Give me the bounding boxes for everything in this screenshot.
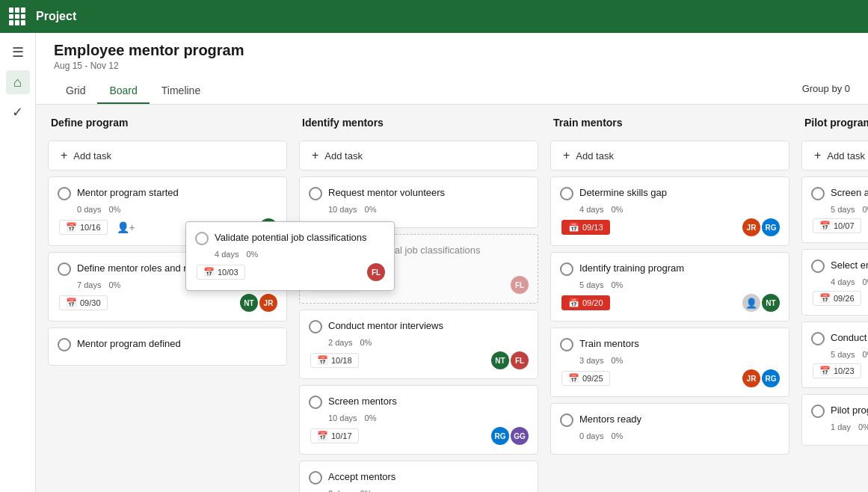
task-circle bbox=[58, 187, 71, 200]
apps-icon[interactable] bbox=[9, 7, 27, 25]
avatar: GG bbox=[511, 427, 529, 445]
task-name: Mentor program defined bbox=[77, 337, 181, 351]
column-pilot-program: Pilot program+Add taskScreen applicants5… bbox=[801, 117, 868, 480]
add-task-button-identify-mentors[interactable]: +Add task bbox=[299, 141, 538, 170]
task-date: 09/13 bbox=[582, 223, 603, 232]
task-circle bbox=[811, 259, 825, 273]
task-percent: 0% bbox=[858, 422, 868, 431]
task-name: Validate potential job classifications bbox=[215, 231, 367, 245]
task-circle bbox=[560, 187, 573, 200]
calendar-icon: 📅 bbox=[568, 373, 579, 384]
group-by[interactable]: Group by 0 bbox=[802, 83, 850, 100]
task-date-badge: 📅10/17 bbox=[310, 428, 359, 443]
task-date-badge: 📅09/13 bbox=[561, 220, 610, 235]
task-days: 0 days bbox=[579, 431, 603, 440]
calendar-icon: 📅 bbox=[203, 267, 215, 277]
task-card[interactable]: Conduct employee...5 days0%📅10/23 bbox=[801, 322, 868, 388]
add-task-button-define-program[interactable]: +Add task bbox=[48, 141, 287, 170]
assign-icon[interactable]: 👤+ bbox=[117, 221, 135, 233]
task-percent: 0% bbox=[365, 413, 377, 422]
calendar-icon: 📅 bbox=[66, 298, 77, 308]
task-name: Screen mentors bbox=[328, 395, 397, 408]
task-days: 1 day bbox=[831, 422, 851, 431]
task-card[interactable]: Determine skills gap4 days0%📅09/13JRRG bbox=[550, 176, 789, 246]
task-date-badge: 📅10/07 bbox=[813, 218, 861, 233]
task-footer: 📅10/23 bbox=[811, 363, 868, 378]
task-date: 09/20 bbox=[582, 298, 603, 307]
task-date-badge: 📅09/26 bbox=[813, 291, 861, 306]
task-card[interactable]: Identify training program5 days0%📅09/20👤… bbox=[550, 252, 789, 322]
nav-menu-icon[interactable]: ☰ bbox=[6, 40, 30, 64]
task-meta: 2 days0% bbox=[309, 489, 529, 492]
task-card[interactable]: Mentor program defined bbox=[48, 328, 287, 366]
task-circle bbox=[309, 320, 322, 333]
task-days: 4 days bbox=[831, 277, 855, 286]
task-meta: 10 days0% bbox=[309, 205, 529, 214]
tab-board[interactable]: Board bbox=[97, 79, 149, 104]
task-name: Train mentors bbox=[579, 337, 639, 351]
task-card[interactable]: Pilot program1 day0% bbox=[801, 394, 868, 446]
task-card[interactable]: Select employees4 days0%📅09/26 bbox=[801, 249, 868, 316]
task-header: Identify training program bbox=[560, 262, 780, 276]
task-circle bbox=[58, 262, 71, 276]
task-percent: 0% bbox=[862, 277, 868, 286]
task-percent: 0% bbox=[246, 250, 258, 259]
app-title: Project bbox=[36, 10, 76, 23]
add-task-label: Add task bbox=[73, 150, 111, 162]
task-footer: 📅10/17RGGG bbox=[309, 427, 529, 445]
task-name: Determine skills gap bbox=[579, 186, 667, 200]
task-circle bbox=[58, 338, 71, 351]
add-task-button-pilot-program[interactable]: +Add task bbox=[801, 141, 868, 170]
task-name: Screen applicants bbox=[831, 186, 868, 200]
task-card[interactable]: Mentors ready0 days0% bbox=[550, 403, 789, 455]
floating-drag-card: Validate potential job classifications 4… bbox=[185, 221, 395, 291]
task-card[interactable]: Request mentor volunteers10 days0% bbox=[299, 176, 538, 228]
task-card[interactable]: Train mentors3 days0%📅09/25JRRG bbox=[550, 328, 789, 397]
task-circle bbox=[309, 187, 322, 200]
tab-grid[interactable]: Grid bbox=[54, 79, 97, 104]
task-card[interactable]: Accept mentors2 days0% bbox=[299, 461, 538, 492]
task-header: Conduct mentor interviews bbox=[309, 319, 529, 333]
header-tabs: Grid Board Timeline Group by 0 bbox=[54, 79, 850, 104]
avatar: RG bbox=[491, 427, 509, 445]
task-percent: 0% bbox=[108, 205, 120, 214]
task-card[interactable]: Conduct mentor interviews2 days0%📅10/18N… bbox=[299, 310, 538, 379]
task-name: Mentor program started bbox=[77, 186, 179, 200]
add-task-label: Add task bbox=[827, 150, 865, 162]
avatar: NT bbox=[240, 294, 258, 312]
task-days: 5 days bbox=[831, 205, 855, 214]
task-percent: 0% bbox=[611, 205, 623, 214]
task-name: Conduct employee... bbox=[831, 331, 868, 345]
task-date: 09/30 bbox=[80, 298, 101, 307]
column-identify-mentors: Identify mentors+Add taskRequest mentor … bbox=[299, 117, 538, 480]
task-footer: 📅09/30NTJR bbox=[58, 294, 277, 312]
tab-timeline[interactable]: Timeline bbox=[150, 79, 212, 104]
avatar: JR bbox=[742, 369, 760, 387]
calendar-icon: 📅 bbox=[819, 293, 831, 304]
task-meta: 0 days0% bbox=[560, 431, 780, 440]
task-card[interactable]: Screen applicants5 days0%📅10/07 bbox=[801, 176, 868, 243]
task-meta: 4 days0% bbox=[560, 205, 780, 214]
nav-checkmark-icon[interactable]: ✓ bbox=[6, 100, 30, 124]
task-name: Conduct mentor interviews bbox=[328, 319, 443, 333]
task-days: 4 days bbox=[579, 205, 603, 214]
task-meta: 5 days0% bbox=[811, 350, 868, 359]
task-name: Identify training program bbox=[579, 262, 684, 275]
task-circle bbox=[309, 396, 322, 409]
task-card[interactable]: Screen mentors10 days0%📅10/17RGGG bbox=[299, 385, 538, 455]
nav-home-icon[interactable]: ⌂ bbox=[6, 70, 30, 94]
task-percent: 0% bbox=[360, 489, 372, 492]
task-avatars: FL bbox=[367, 263, 385, 281]
task-name: Pilot program bbox=[831, 404, 868, 417]
task-percent: 0% bbox=[611, 431, 623, 440]
task-percent: 0% bbox=[365, 205, 377, 214]
task-percent: 0% bbox=[611, 280, 623, 289]
task-header: Mentor program started bbox=[58, 186, 277, 200]
task-days: 0 days bbox=[77, 205, 101, 214]
task-days: 5 days bbox=[579, 280, 603, 289]
task-header: Request mentor volunteers bbox=[309, 186, 529, 200]
task-footer: 📅10/18NTFL bbox=[309, 351, 529, 369]
add-task-button-train-mentors[interactable]: +Add task bbox=[550, 141, 789, 170]
task-circle bbox=[560, 413, 573, 427]
task-date-badge: 📅09/30 bbox=[59, 295, 108, 310]
